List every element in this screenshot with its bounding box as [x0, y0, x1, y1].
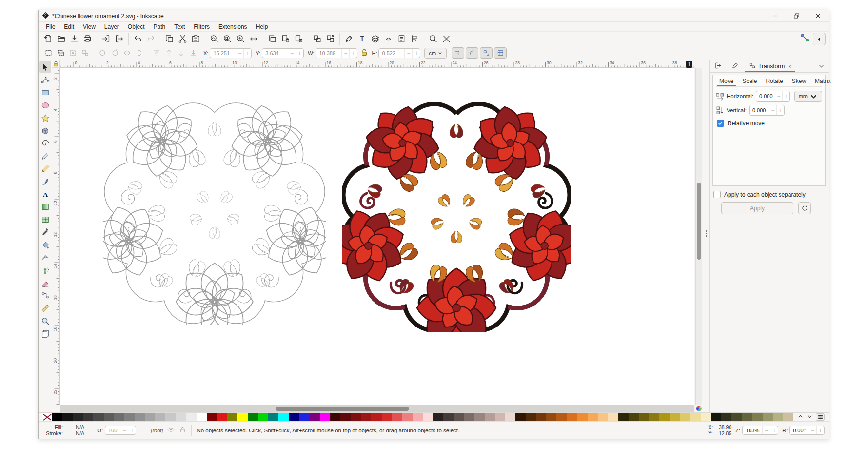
tool-eraser-icon[interactable]: [39, 277, 51, 289]
paste-icon[interactable]: [189, 33, 202, 45]
menu-file[interactable]: File: [41, 23, 59, 31]
swatch[interactable]: [773, 413, 783, 421]
refresh-icon[interactable]: [798, 202, 811, 214]
swatch[interactable]: [588, 413, 598, 421]
export-icon[interactable]: [113, 33, 126, 45]
layers-icon[interactable]: [369, 33, 382, 45]
fill-stroke-icon[interactable]: [342, 33, 355, 45]
zoom-page-icon[interactable]: [221, 33, 234, 45]
panel-resize-grip[interactable]: [706, 229, 708, 240]
vertical-input[interactable]: 0.000−+: [749, 105, 785, 116]
vertical-ruler[interactable]: 246810121416182022: [52, 68, 60, 405]
swatch[interactable]: [124, 413, 135, 421]
swatch[interactable]: [73, 413, 83, 421]
swatch[interactable]: [93, 413, 103, 421]
swatch[interactable]: [690, 413, 701, 421]
tool-pencil-icon[interactable]: [39, 163, 51, 175]
tool-zoom-icon[interactable]: [39, 315, 51, 327]
affect-rotate-icon[interactable]: [466, 47, 478, 59]
swatch[interactable]: [629, 413, 639, 421]
swatch[interactable]: [237, 413, 248, 421]
swatch[interactable]: [783, 413, 793, 421]
vertical-scrollbar-thumb[interactable]: [697, 183, 701, 260]
affect-move-icon[interactable]: [452, 47, 464, 59]
tool-gradient-icon[interactable]: [39, 201, 51, 213]
swatch[interactable]: [680, 413, 690, 421]
swatch[interactable]: [485, 413, 495, 421]
horizontal-ruler[interactable]: 02468101214161820222426283032343638: [60, 60, 694, 68]
tab-rotate[interactable]: Rotate: [762, 75, 786, 86]
swatch[interactable]: [752, 413, 762, 421]
menu-view[interactable]: View: [79, 23, 100, 31]
swatch[interactable]: [299, 413, 310, 421]
affect-grid-icon[interactable]: [494, 47, 507, 59]
swatch[interactable]: [104, 413, 114, 421]
preferences-icon[interactable]: [440, 33, 453, 45]
apply-separately-checkbox[interactable]: Apply to each object separately: [713, 191, 825, 198]
swatch[interactable]: [711, 413, 721, 421]
swatch[interactable]: [268, 413, 278, 421]
swatch[interactable]: [135, 413, 145, 421]
dock-menu-chevron-icon[interactable]: [814, 60, 829, 72]
swatch[interactable]: [351, 413, 361, 421]
tool-connector-icon[interactable]: [39, 289, 51, 302]
zoom-drawing-icon[interactable]: [208, 33, 221, 45]
rotation-input[interactable]: 0.00°−+: [789, 426, 825, 435]
vertical-scrollbar[interactable]: [695, 68, 702, 405]
layer-lock-icon[interactable]: [179, 426, 186, 434]
menu-extensions[interactable]: Extensions: [214, 23, 252, 31]
palette-scroll-up-icon[interactable]: [797, 413, 804, 422]
swatch[interactable]: [165, 413, 176, 421]
fill-stroke-indicator[interactable]: Fill:N/A Stroke:N/A: [42, 424, 84, 436]
color-management-icon[interactable]: [696, 406, 702, 411]
close-button[interactable]: [807, 10, 829, 21]
text-dialog-icon[interactable]: T: [355, 33, 369, 45]
swatch[interactable]: [577, 413, 588, 421]
tool-box3d-icon[interactable]: [39, 124, 51, 137]
swatch[interactable]: [310, 413, 320, 421]
swatch[interactable]: [433, 413, 443, 421]
menu-layer[interactable]: Layer: [100, 23, 123, 31]
swatch[interactable]: [618, 413, 629, 421]
tab-matrix[interactable]: Matrix: [811, 75, 834, 86]
canvas[interactable]: [60, 68, 694, 405]
swatch[interactable]: [320, 413, 330, 421]
menu-path[interactable]: Path: [149, 23, 170, 31]
transform-units-dropdown[interactable]: mm: [794, 91, 822, 102]
swatch[interactable]: [289, 413, 299, 421]
tool-rectangle-icon[interactable]: [39, 86, 51, 99]
tool-selector-icon[interactable]: [39, 61, 51, 73]
current-layer[interactable]: [root]: [151, 428, 163, 433]
swatch[interactable]: [443, 413, 454, 421]
tool-pen-icon[interactable]: [39, 150, 51, 162]
xml-editor-icon[interactable]: <>: [382, 33, 395, 45]
close-tab-icon[interactable]: ×: [788, 63, 791, 69]
swatch[interactable]: [474, 413, 484, 421]
swatch[interactable]: [556, 413, 567, 421]
lock-ratio-icon[interactable]: [361, 49, 368, 57]
dock-tab-export[interactable]: [710, 60, 727, 72]
horizontal-input[interactable]: 0.000−+: [756, 91, 790, 102]
ornament-colored-drawing[interactable]: [342, 102, 571, 334]
minimize-button[interactable]: [764, 10, 786, 21]
tool-ellipse-icon[interactable]: [39, 99, 51, 111]
horizontal-scrollbar-thumb[interactable]: [276, 407, 409, 411]
menu-text[interactable]: Text: [170, 23, 189, 31]
swatch[interactable]: [248, 413, 258, 421]
select-all-icon[interactable]: [42, 47, 55, 59]
collapse-toolbar-icon[interactable]: [813, 33, 826, 45]
duplicate-icon[interactable]: [266, 33, 279, 45]
tool-mesh-icon[interactable]: [39, 213, 51, 225]
swatch[interactable]: [371, 413, 381, 421]
ornament-outline-drawing[interactable]: [103, 102, 326, 327]
swatch[interactable]: [721, 413, 731, 421]
palette-menu-icon[interactable]: [816, 413, 825, 421]
cut-icon[interactable]: [176, 33, 189, 45]
swatch[interactable]: [145, 413, 155, 421]
swatch[interactable]: [155, 413, 165, 421]
dock-tab-fill-stroke[interactable]: [727, 60, 744, 72]
layer-visibility-eye-icon[interactable]: [167, 426, 175, 434]
zoom-input[interactable]: 103%−+: [742, 426, 778, 435]
horizontal-scrollbar[interactable]: [60, 405, 694, 412]
tool-text-icon[interactable]: A: [39, 188, 51, 200]
